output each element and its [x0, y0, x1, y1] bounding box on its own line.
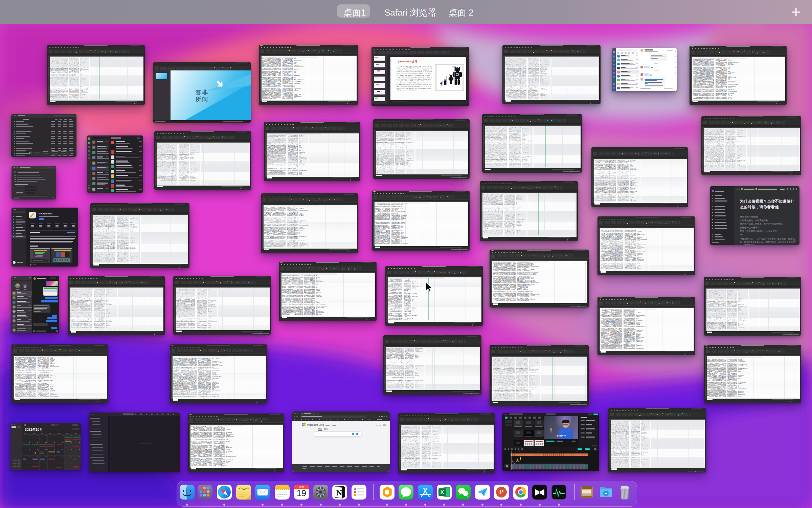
svg-text:N: N [336, 488, 342, 497]
